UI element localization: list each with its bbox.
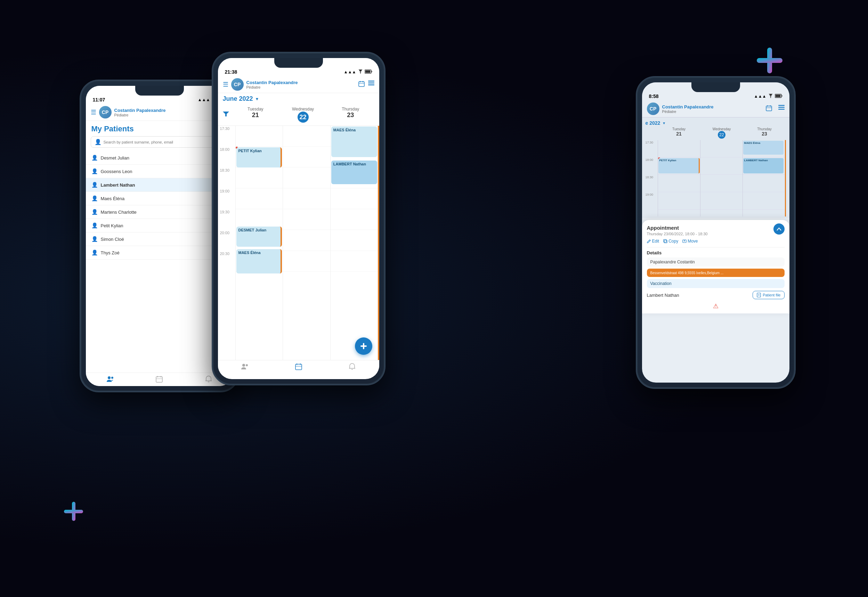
- event-desmet-julian[interactable]: DESMET Julian: [236, 227, 282, 247]
- tab-patients-center[interactable]: [218, 363, 272, 370]
- event-petit-kylian[interactable]: PETIT Kylian: [236, 147, 282, 168]
- month-title[interactable]: June 2022: [223, 95, 253, 102]
- patient-name: Martens Charlotte: [101, 209, 209, 215]
- scroll-up-button[interactable]: [773, 223, 785, 235]
- calendar-header-icon-right[interactable]: [766, 105, 772, 113]
- list-item[interactable]: 👤 Petit Kylian ✓1 ✗0 ⊗: [86, 219, 233, 232]
- day-number-tue: 21: [252, 111, 259, 119]
- notch-center: [274, 58, 323, 68]
- calendar-grid: 17:30 18:00 18:30 19:00 19:30 20:00 20:3…: [218, 126, 379, 360]
- svg-point-46: [770, 97, 771, 98]
- patient-avatar-icon: 👤: [91, 154, 98, 161]
- appointment-actions: Edit Copy Move: [647, 239, 785, 244]
- time-1800: 18:00: [218, 147, 235, 168]
- svg-rect-55: [778, 107, 785, 108]
- menu-icon-center[interactable]: ☰: [223, 81, 228, 88]
- svg-rect-49: [782, 95, 782, 97]
- plus-icon-bottom-left: [62, 500, 86, 524]
- patient-avatar-icon: 👤: [91, 249, 98, 256]
- tab-notifications-center[interactable]: [326, 363, 379, 370]
- menu-icon-left[interactable]: ☰: [91, 108, 96, 116]
- time-2030: 20:30: [218, 251, 235, 272]
- list-item[interactable]: 👤 Thys Zoé ✓0 ✗0 ⊗: [86, 246, 233, 260]
- svg-rect-3: [64, 510, 83, 513]
- user-name-center: Costantin Papalexandre: [247, 80, 355, 85]
- list-item[interactable]: 👤 Martens Charlotte ✓0 ✗0 ⊗: [86, 205, 233, 219]
- app-header-right: CP Costantin Papalexandre Pédiatre: [642, 100, 789, 117]
- doctor-name-item: Papalexandre Costantin: [647, 257, 785, 267]
- header-icons-center: [358, 81, 375, 88]
- list-item[interactable]: 👤 Maes Éléna ✓2 ✗0 ⊗: [86, 192, 233, 205]
- day-number-thu: 23: [347, 111, 354, 119]
- phone-center: 21:38 ▲▲▲ ☰ CP Costantin Papalexandre: [212, 52, 385, 385]
- avatar-left: CP: [99, 106, 111, 119]
- bg-day-label-wed: Wednesday: [700, 127, 743, 131]
- tab-calendar-left[interactable]: [135, 376, 184, 383]
- details-section-title: Details: [647, 250, 785, 255]
- time-1900: 19:00: [218, 189, 235, 209]
- svg-point-40: [246, 364, 248, 366]
- list-item[interactable]: 👤 Goossens Leon ✓0 ✗0 ⊗: [86, 165, 233, 178]
- address-item: Bessenveldstraat 498 9,5555 Ixelles,Belg…: [647, 269, 785, 277]
- list-item[interactable]: 👤 Lambert Nathan ✓1 ✗0 ⊗: [86, 178, 233, 192]
- user-info-left: Costantin Papalexandre Pédiatre: [114, 108, 210, 117]
- battery-icon-c: [365, 70, 372, 75]
- patient-avatar-icon: 👤: [91, 209, 98, 215]
- day-label-tue: Tuesday: [248, 107, 263, 111]
- search-input[interactable]: [104, 140, 217, 144]
- bg-day-num-tue: 21: [658, 131, 700, 137]
- time-right: 8:58: [649, 94, 659, 99]
- plus-icon-top-right: [754, 45, 789, 80]
- search-bar: 👤 🔍: [91, 136, 228, 148]
- svg-rect-27: [365, 70, 370, 73]
- list-header-icon-center[interactable]: [368, 81, 375, 88]
- day-tuesday[interactable]: Tuesday 21: [232, 105, 279, 124]
- move-label: Move: [688, 239, 698, 244]
- svg-rect-56: [778, 109, 785, 110]
- patient-name: Simon Cloé: [101, 237, 209, 242]
- service-item: Vaccination: [647, 279, 785, 288]
- filter-button[interactable]: [223, 111, 229, 118]
- app-header-left: ☰ CP Costantin Papalexandre Pédiatre: [86, 104, 233, 121]
- avatar-right: CP: [647, 102, 660, 115]
- time-1930: 19:30: [218, 209, 235, 230]
- month-dropdown-icon[interactable]: ▼: [255, 97, 259, 101]
- svg-marker-36: [223, 111, 229, 116]
- week-header: Tuesday 21 Wednesday 22 Thursday 23: [218, 104, 379, 126]
- tab-calendar-center[interactable]: [272, 363, 326, 370]
- copy-label: Copy: [669, 239, 678, 244]
- fab-button-center[interactable]: [355, 337, 372, 355]
- patient-name: Goossens Leon: [101, 169, 209, 174]
- move-action-button[interactable]: Move: [682, 239, 698, 244]
- patient-avatar-icon: 👤: [91, 223, 98, 229]
- time-2000: 20:00: [218, 230, 235, 251]
- day-thursday[interactable]: Thursday 23: [327, 105, 375, 124]
- calendar-header-icon-center[interactable]: [358, 81, 365, 88]
- patient-name: Desmet Julian: [101, 155, 209, 160]
- wifi-icon-r: [768, 94, 773, 99]
- copy-action-button[interactable]: Copy: [663, 239, 678, 244]
- svg-rect-33: [368, 81, 375, 82]
- signal-icon-r: ▲▲▲: [754, 94, 767, 99]
- user-info-right: Costantin Papalexandre Pédiatre: [662, 104, 763, 114]
- day-wednesday[interactable]: Wednesday 22: [279, 105, 327, 124]
- day-label-thu: Thursday: [342, 107, 359, 111]
- tab-patients-left[interactable]: [86, 376, 135, 383]
- time-left: 11:07: [93, 97, 106, 102]
- list-item[interactable]: 👤 Desmet Julian ✓1 ✗0 ⊗: [86, 151, 233, 165]
- bg-month-arrow: ▼: [662, 121, 666, 125]
- edit-action-button[interactable]: Edit: [647, 239, 660, 244]
- event-maes-elena-tue[interactable]: MAES Éléna: [236, 249, 282, 273]
- list-item[interactable]: 👤 Simon Cloé ✓0 ✗0 ⊗: [86, 232, 233, 246]
- list-header-icon-right[interactable]: [778, 105, 785, 113]
- event-lambert-nathan[interactable]: LAMBERT Nathan: [331, 160, 377, 184]
- svg-rect-60: [757, 293, 761, 297]
- status-icons-right: ▲▲▲: [754, 94, 782, 99]
- svg-rect-58: [664, 239, 666, 242]
- person-search-icon: 👤: [95, 139, 101, 145]
- patient-name: Thys Zoé: [101, 250, 209, 255]
- event-maes-elena-thu[interactable]: MAES Éléna: [331, 126, 377, 157]
- patient-file-button[interactable]: Patient file: [753, 291, 784, 299]
- bg-event-petit: PETIT Kylian: [658, 158, 700, 174]
- bg-event-lambert: LAMBERT Nathan: [743, 158, 783, 174]
